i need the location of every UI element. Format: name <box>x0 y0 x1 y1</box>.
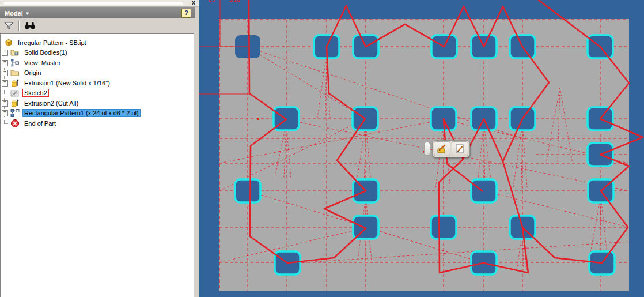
pattern-icon <box>10 108 20 118</box>
panel-drag-grip[interactable] <box>3 2 184 5</box>
expand-icon[interactable]: + <box>2 100 8 107</box>
tree-item-label: Irregular Pattern - SB.ipt <box>16 39 88 47</box>
tree-item-label: Sketch2 <box>22 89 49 97</box>
tree-item-end-of-part[interactable]: End of Part <box>1 118 194 129</box>
dimension-label-516: 5/16 <box>229 0 240 3</box>
tree-item-label: Extrusion1 (New Solid x 1/16") <box>22 79 112 87</box>
browser-toolbar <box>0 18 195 33</box>
edit-feature-icon <box>437 144 448 154</box>
origin-folder-icon <box>10 68 20 77</box>
view-master-icon <box>10 58 20 67</box>
end-of-part-icon <box>10 119 20 128</box>
mini-toolbar <box>424 140 470 157</box>
expand-icon[interactable]: + <box>2 50 8 56</box>
tree-item-view-master[interactable]: + View: Master <box>1 58 194 68</box>
tree-item-extrusion1[interactable]: + Extrusion1 (New Solid x 1/16") <box>1 78 194 88</box>
expand-icon[interactable]: + <box>2 60 8 66</box>
extrusion-icon <box>10 99 20 108</box>
expand-icon[interactable]: + <box>2 110 8 116</box>
tree-item-part[interactable]: Irregular Pattern - SB.ipt <box>1 37 194 48</box>
feature-tree: Irregular Pattern - SB.ipt + Solid Bodie… <box>0 33 194 297</box>
edit-sketch-button[interactable] <box>452 141 468 156</box>
edit-sketch-icon <box>454 144 465 154</box>
tree-item-sketch2[interactable]: Sketch2 <box>1 88 194 99</box>
pattern-hole[interactable] <box>353 216 378 239</box>
solid-bodies-folder-icon <box>10 48 20 57</box>
expand-icon[interactable]: + <box>2 80 8 87</box>
find-button[interactable] <box>24 20 36 32</box>
extrusion-icon <box>10 78 20 88</box>
tree-item-label: Solid Bodies(1) <box>22 48 69 57</box>
browser-header[interactable]: Model▼ ? <box>0 7 195 18</box>
tree-item-label: Origin <box>22 69 43 77</box>
model-browser-panel: x Model▼ ? <box>0 0 199 297</box>
tree-item-origin[interactable]: + Origin <box>1 68 194 78</box>
browser-title: Model <box>5 10 23 17</box>
binoculars-icon <box>25 21 35 31</box>
tree-item-label: Rectangular Pattern1 (x 24 ul x d6 * 2 u… <box>22 109 141 117</box>
dimension-label-d5: d5 <box>209 0 215 3</box>
tree-item-solid-bodies[interactable]: + Solid Bodies(1) <box>1 48 194 58</box>
sketch-point[interactable] <box>257 118 259 120</box>
model-canvas[interactable] <box>199 0 644 297</box>
help-icon[interactable]: ? <box>181 9 191 18</box>
tree-item-label: View: Master <box>22 59 62 67</box>
pattern-hole[interactable] <box>431 216 456 239</box>
tree-item-label: End of Part <box>22 119 58 127</box>
panel-title-strip: x <box>0 0 199 7</box>
tree-item-label: Extrusion2 (Cut All) <box>22 99 80 107</box>
edit-feature-button[interactable] <box>434 141 450 156</box>
filter-icon <box>4 21 14 31</box>
tree-item-extrusion2[interactable]: + Extrusion2 (Cut All) <box>1 98 194 108</box>
panel-gutter <box>195 7 199 297</box>
mini-toolbar-grip[interactable] <box>424 142 430 156</box>
pattern-hole[interactable] <box>471 179 497 202</box>
inventor-app: { "panel": { "close_glyph": "x", "header… <box>0 0 644 297</box>
close-icon[interactable]: x <box>192 0 195 6</box>
sketch-icon <box>10 88 20 97</box>
expand-icon[interactable]: + <box>2 70 8 76</box>
tree-item-rectangular-pattern1[interactable]: + Rectangular Pattern1 (x 24 ul x d6 * 2… <box>1 108 194 119</box>
chevron-down-icon: ▼ <box>25 11 30 16</box>
pattern-hole[interactable] <box>235 179 260 202</box>
graphics-viewport[interactable]: d5 5/16 <box>199 0 644 297</box>
toolbar-separator <box>18 21 20 31</box>
mini-toolbar-buttons <box>432 140 470 157</box>
part-icon <box>4 38 13 47</box>
filter-button[interactable] <box>2 20 15 32</box>
